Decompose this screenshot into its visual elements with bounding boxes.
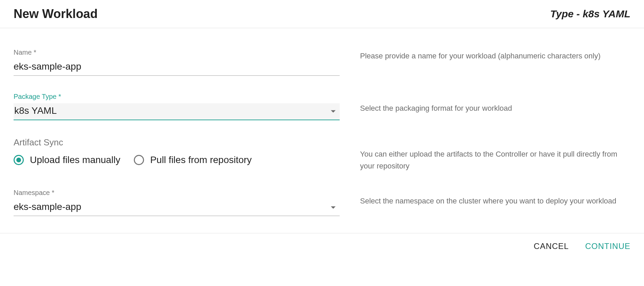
artifact-sync-helper-text: You can either upload the artifacts to t…	[360, 148, 630, 172]
dialog-footer: CANCEL CONTINUE	[0, 233, 644, 259]
radio-pull-repository[interactable]: Pull files from repository	[134, 155, 252, 165]
chevron-down-icon	[331, 207, 336, 209]
artifact-sync-heading: Artifact Sync	[14, 137, 340, 148]
radio-pull-label: Pull files from repository	[150, 155, 252, 165]
package-type-select[interactable]: k8s YAML	[14, 103, 340, 120]
package-type-helper-text: Select the packaging format for your wor…	[360, 102, 630, 114]
name-row: Name * Please provide a name for your wo…	[14, 49, 630, 76]
name-helper-text: Please provide a name for your workload …	[360, 50, 630, 62]
artifact-sync-radio-group: Upload files manually Pull files from re…	[14, 155, 340, 165]
namespace-helper-text: Select the namespace on the cluster wher…	[360, 195, 630, 207]
radio-upload-manually[interactable]: Upload files manually	[14, 155, 120, 165]
name-label: Name *	[14, 49, 340, 56]
continue-button[interactable]: CONTINUE	[585, 242, 630, 251]
radio-upload-label: Upload files manually	[30, 155, 120, 165]
package-type-value: k8s YAML	[14, 105, 57, 116]
dialog-header: New Workload Type - k8s YAML	[0, 0, 644, 28]
name-input[interactable]	[14, 59, 340, 76]
page-title: New Workload	[14, 7, 97, 21]
package-type-label: Package Type *	[14, 93, 340, 101]
package-type-row: Package Type * k8s YAML Select the packa…	[14, 93, 630, 120]
form-content: Name * Please provide a name for your wo…	[0, 28, 644, 233]
workload-type-label: Type - k8s YAML	[550, 8, 630, 20]
radio-selected-icon	[14, 155, 24, 165]
namespace-label: Namespace *	[14, 189, 340, 197]
namespace-row: Namespace * eks-sample-app Select the na…	[14, 189, 630, 216]
cancel-button[interactable]: CANCEL	[534, 242, 569, 251]
chevron-down-icon	[331, 110, 336, 113]
namespace-value: eks-sample-app	[14, 201, 81, 212]
radio-unselected-icon	[134, 155, 144, 165]
artifact-sync-row: Artifact Sync Upload files manually Pull…	[14, 137, 630, 172]
namespace-select[interactable]: eks-sample-app	[14, 199, 340, 216]
